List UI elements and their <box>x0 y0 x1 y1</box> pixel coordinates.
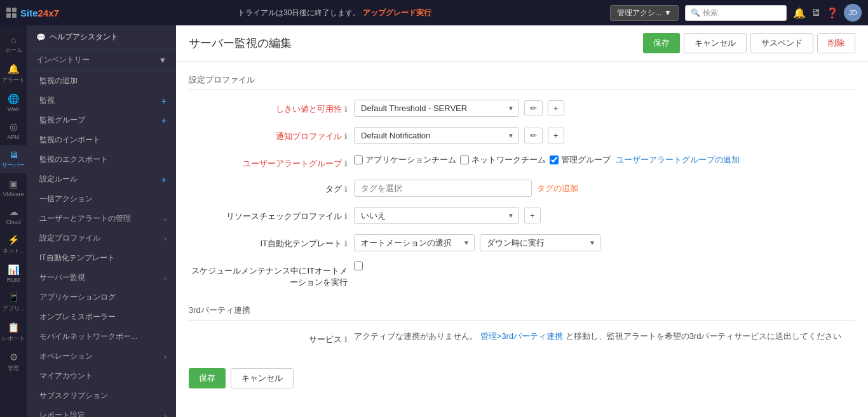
service-label: サービス ℹ <box>189 330 348 345</box>
footer-cancel-button[interactable]: キャンセル <box>231 368 294 388</box>
add-group-link[interactable]: ユーザーアラートグループの追加 <box>616 154 740 166</box>
user-alert-info-icon[interactable]: ℹ <box>344 159 348 168</box>
resource-row: リソースチェックプロファイル ℹ いいえ ▼ + <box>189 207 855 224</box>
left-nav-web[interactable]: 🌐 Web <box>0 89 27 116</box>
mgmt-dropdown[interactable]: 管理アクシ... ▼ <box>610 5 679 21</box>
sidebar-item-my-account[interactable]: マイアカウント <box>27 366 176 386</box>
sidebar-item-config-profiles[interactable]: 設定プロファイル › <box>27 228 176 248</box>
sidebar-item-user-alerts[interactable]: ユーザーとアラートの管理 › <box>27 209 176 228</box>
resource-info-icon[interactable]: ℹ <box>344 212 348 221</box>
help-assistant-icon: 💬 <box>36 33 46 42</box>
threshold-edit-button[interactable]: ✏ <box>524 100 543 116</box>
plus-icon-group[interactable]: + <box>161 116 166 126</box>
left-nav-alert-label: アラート <box>2 76 25 84</box>
sidebar-item-server-monitor[interactable]: サーバー監視 › <box>27 268 176 288</box>
sidebar-help[interactable]: 💬 ヘルプアシスタント <box>27 25 176 50</box>
user-alert-row: ユーザーアラートグループ ℹ アプリケーションチーム ネットワークチーム <box>189 154 855 169</box>
sidebar-item-add-monitor[interactable]: 監視の追加 <box>27 71 176 91</box>
threshold-info-icon[interactable]: ℹ <box>344 105 348 114</box>
left-nav-rum[interactable]: 📊 RUM <box>0 260 27 287</box>
service-field: アクティブな連携がありません。 管理>3rdパーティ連携 と移動し、監視アラート… <box>354 330 855 343</box>
page-title: サーバー監視の編集 <box>189 36 292 51</box>
sidebar-item-report-settings[interactable]: レポート設定 › <box>27 406 176 417</box>
sidebar-item-it-auto[interactable]: IT自動化テンプレート <box>27 248 176 268</box>
grid-icon[interactable] <box>6 8 17 18</box>
sidebar-item-bulk[interactable]: 一括アクション <box>27 189 176 209</box>
chevron-right-icon3: › <box>164 274 166 282</box>
left-nav-app[interactable]: 📱 アプリ... <box>0 288 27 317</box>
cancel-button[interactable]: キャンセル <box>684 33 747 53</box>
service-link[interactable]: 管理>3rdパーティ連携 <box>480 331 563 341</box>
sidebar-item-monitor-group[interactable]: 監視グループ + <box>27 110 176 130</box>
left-nav-report[interactable]: 📋 レポート <box>0 318 27 347</box>
threshold-add-button[interactable]: + <box>548 100 564 116</box>
left-nav-alert[interactable]: 🔔 アラート <box>0 60 27 88</box>
left-nav-server[interactable]: 🖥 サーバー <box>0 145 27 173</box>
bell-icon[interactable]: 🔔 <box>793 7 806 19</box>
sidebar-item-subscription[interactable]: サブスクリプション <box>27 386 176 406</box>
mgmt-group-checkbox[interactable] <box>550 156 559 164</box>
threshold-select[interactable]: Default Threshold - SERVER <box>354 100 519 117</box>
sidebar-item-rules[interactable]: 設定ルール + <box>27 169 176 189</box>
left-nav-app-label: アプリ... <box>3 305 25 313</box>
tag-info-icon[interactable]: ℹ <box>344 185 348 194</box>
auto-timing-wrapper: ダウン時に実行 ▼ <box>480 234 600 251</box>
avatar[interactable]: JD <box>844 4 862 22</box>
section1-label: 設定プロファイル <box>189 75 255 84</box>
app-team-checkbox[interactable] <box>354 156 363 164</box>
plus-icon-rules[interactable]: + <box>161 175 166 185</box>
left-nav-net[interactable]: ⚡ ネット... <box>0 230 27 259</box>
footer-save-button[interactable]: 保存 <box>189 368 226 388</box>
schedule-label-text: スケジュールメンテナンス中にITオートメーションを実行 <box>189 265 348 288</box>
net-team-checkbox[interactable] <box>460 156 469 164</box>
notification-edit-button[interactable]: ✏ <box>524 128 543 143</box>
sidebar-operations-label: オペレーション <box>39 351 93 362</box>
service-row: サービス ℹ アクティブな連携がありません。 管理>3rdパーティ連携 と移動し… <box>189 330 855 345</box>
tag-add-link[interactable]: タグの追加 <box>537 183 578 194</box>
sidebar-item-operations[interactable]: オペレーション › <box>27 347 176 366</box>
auto-timing-select[interactable]: ダウン時に実行 <box>480 234 600 251</box>
threshold-select-wrapper: Default Threshold - SERVER ▼ <box>354 100 519 117</box>
it-auto-info-icon[interactable]: ℹ <box>344 239 348 248</box>
plus-icon[interactable]: + <box>161 96 166 106</box>
help-icon[interactable]: ❓ <box>826 7 839 19</box>
upgrade-link[interactable]: アップグレード実行 <box>363 8 431 17</box>
auto-select[interactable]: オートメーションの選択 <box>354 234 475 251</box>
schedule-checkbox[interactable] <box>354 261 363 270</box>
tag-input[interactable] <box>354 180 532 197</box>
left-nav-cloud[interactable]: ☁ Cloud <box>0 202 27 229</box>
sidebar-item-export[interactable]: 監視のエクスポート <box>27 150 176 169</box>
sidebar-item-app-log[interactable]: アプリケーションログ <box>27 288 176 307</box>
left-nav-home[interactable]: ⌂ ホーム <box>0 30 27 58</box>
notification-add-button[interactable]: + <box>548 128 564 143</box>
sidebar-item-on-prem[interactable]: オンプレミスポーラー <box>27 307 176 327</box>
left-nav-manage[interactable]: ⚙ 管理 <box>0 348 27 376</box>
web-icon: 🌐 <box>8 93 20 105</box>
notification-select[interactable]: Default Notification <box>354 127 519 144</box>
search-box[interactable]: 🔍 検索 <box>685 5 787 21</box>
resource-add-button[interactable]: + <box>524 208 541 223</box>
app-team-label: アプリケーションチーム <box>365 154 456 166</box>
monitor-icon[interactable]: 🖥 <box>811 7 821 18</box>
sidebar-app-log-label: アプリケーションログ <box>39 292 116 303</box>
suspend-button[interactable]: サスペンド <box>750 33 813 53</box>
sidebar-rules-label: 設定ルール <box>39 174 78 185</box>
service-info-icon[interactable]: ℹ <box>344 335 348 344</box>
search-placeholder: 検索 <box>703 8 718 18</box>
sidebar-item-mobile-net[interactable]: モバイルネットワークポー... <box>27 327 176 347</box>
resource-select[interactable]: いいえ <box>354 207 519 224</box>
left-nav-vmware[interactable]: ▣ VMware <box>0 175 27 201</box>
notification-info-icon[interactable]: ℹ <box>344 132 348 141</box>
sidebar-item-monitor[interactable]: 監視 + <box>27 91 176 110</box>
left-nav-net-label: ネット... <box>3 247 25 255</box>
sidebar-item-import[interactable]: 監視のインポート <box>27 130 176 150</box>
tag-label-text: タグ <box>325 183 342 195</box>
notification-select-wrapper: Default Notification ▼ <box>354 127 519 144</box>
save-button[interactable]: 保存 <box>643 33 680 53</box>
left-nav-apm[interactable]: ◎ APM <box>0 117 27 144</box>
delete-button[interactable]: 削除 <box>817 33 855 53</box>
user-alert-label: ユーザーアラートグループ ℹ <box>189 154 348 169</box>
mgmt-group-label: 管理グループ <box>561 154 611 166</box>
trial-text: トライアルは30日後に終了します。 <box>238 8 360 17</box>
sidebar-inventory-section[interactable]: インベントリー ▼ <box>27 50 176 71</box>
